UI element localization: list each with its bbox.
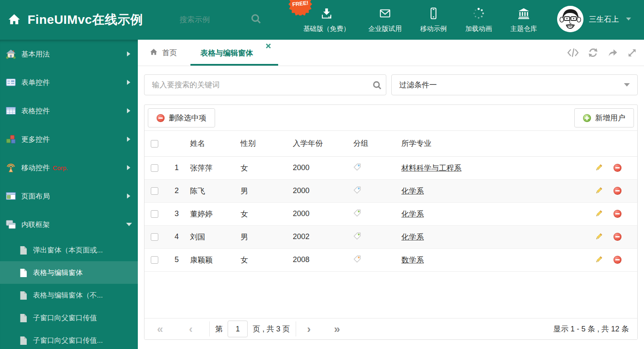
search-icon[interactable]	[372, 80, 383, 92]
row-checkbox[interactable]	[151, 164, 158, 172]
grid-panel: 删除选中项 新增用户 姓名 性别	[144, 104, 638, 340]
last-page-button[interactable]: »	[334, 324, 340, 334]
sidebar-item-label: 表格控件	[21, 106, 50, 116]
edit-row-icon[interactable]	[595, 256, 603, 264]
first-page-button[interactable]: «	[157, 324, 163, 334]
user-menu[interactable]: 三生石上	[557, 6, 631, 32]
add-user-button[interactable]: 新增用户	[574, 108, 634, 127]
row-checkbox[interactable]	[151, 210, 158, 218]
edit-row-icon[interactable]	[595, 164, 603, 172]
sidebar-item-grid-controls[interactable]: 表格控件	[0, 97, 138, 125]
column-header-gender[interactable]: 性别	[241, 131, 289, 156]
major-link[interactable]: 化学系	[401, 210, 424, 218]
close-icon[interactable]	[266, 43, 271, 48]
free-badge-icon: FREE!	[288, 0, 312, 15]
edit-row-icon[interactable]	[595, 187, 603, 195]
column-header-year[interactable]: 入学年份	[289, 131, 353, 156]
main-content: 首页 表格与编辑窗体	[138, 40, 644, 349]
sidebar-item-mobile-controls[interactable]: 移动控件 Corp.	[0, 153, 138, 182]
delete-button-label: 删除选中项	[169, 113, 206, 123]
chevron-right-icon	[127, 80, 130, 85]
filter-dropdown[interactable]: 过滤条件一	[391, 74, 638, 95]
cell-gender: 男	[241, 179, 289, 202]
row-number: 1	[165, 156, 179, 179]
sidebar-subitem-label: 表格与编辑窗体	[33, 268, 83, 278]
sidebar-item-label: 移动控件	[21, 163, 50, 173]
cell-group	[353, 225, 401, 248]
delete-row-icon[interactable]	[614, 187, 621, 195]
sidebar-subitem-popup-window[interactable]: 弹出窗体（本页面或...	[0, 239, 138, 261]
cell-major: 材料科学与工程系	[401, 156, 588, 179]
tab-label: 表格与编辑窗体	[200, 48, 253, 58]
delete-row-icon[interactable]	[614, 164, 621, 172]
page-icon	[19, 246, 28, 254]
cell-major: 化学系	[401, 179, 588, 202]
tag-icon	[353, 232, 361, 240]
keyword-search-input[interactable]	[144, 74, 386, 95]
nav-item-loading-animations[interactable]: 加载动画	[465, 7, 492, 33]
header-search-icon[interactable]	[250, 13, 262, 27]
sidebar-subitem-child-to-parent-2[interactable]: 子窗口向父窗口传值...	[0, 329, 138, 349]
delete-row-icon[interactable]	[614, 233, 621, 241]
cell-major: 化学系	[401, 202, 588, 225]
sidebar-subitem-label: 弹出窗体（本页面或...	[33, 245, 103, 255]
tag-icon	[353, 209, 361, 217]
download-icon	[320, 7, 333, 22]
expand-icon[interactable]	[627, 48, 637, 58]
header-search-input[interactable]	[180, 13, 242, 27]
sidebar-item-inline-frame[interactable]: 内联框架	[0, 210, 138, 239]
next-page-button[interactable]: ›	[307, 324, 311, 334]
table-row: 2 陈飞 男 2000 化学系	[145, 179, 637, 202]
delete-selected-button[interactable]: 删除选中项	[148, 108, 215, 127]
sidebar-item-form-controls[interactable]: 表单控件	[0, 68, 138, 97]
cell-major: 化学系	[401, 225, 588, 248]
row-checkbox[interactable]	[151, 233, 158, 241]
major-link[interactable]: 化学系	[401, 233, 424, 241]
grid-body: 1 张萍萍 女 2000 材料科学与工程系 2 陈飞 男 2000	[145, 156, 637, 271]
source-code-icon[interactable]	[567, 47, 579, 58]
column-header-group[interactable]: 分组	[353, 131, 401, 156]
chevron-right-icon	[127, 108, 130, 113]
table-row: 1 张萍萍 女 2000 材料科学与工程系	[145, 156, 637, 179]
refresh-icon[interactable]	[588, 47, 598, 58]
sidebar-item-label: 页面布局	[21, 191, 50, 201]
column-header-major[interactable]: 所学专业	[401, 131, 588, 156]
tab-grid-edit-window[interactable]: 表格与编辑窗体	[190, 40, 278, 66]
delete-row-icon[interactable]	[614, 256, 621, 264]
edit-row-icon[interactable]	[595, 210, 603, 218]
table-row: 4 刘国 男 2002 化学系	[145, 225, 637, 248]
delete-row-icon[interactable]	[614, 210, 621, 218]
nav-item-enterprise-trial[interactable]: 企业版试用	[368, 7, 402, 33]
sidebar-item-more-controls[interactable]: 更多控件	[0, 125, 138, 153]
sidebar-item-page-layout[interactable]: 页面布局	[0, 182, 138, 210]
chevron-right-icon	[127, 194, 130, 199]
cell-year: 2002	[289, 225, 353, 248]
row-checkbox[interactable]	[151, 187, 158, 195]
share-icon[interactable]	[607, 47, 618, 58]
sidebar-item-basic-usage[interactable]: 基本用法	[0, 40, 138, 68]
row-number: 4	[165, 225, 179, 248]
sidebar-subitem-grid-edit-window-2[interactable]: 表格与编辑窗体（不...	[0, 284, 138, 306]
nav-item-theme-store[interactable]: 主题仓库	[510, 7, 537, 33]
cell-year: 2000	[289, 179, 353, 202]
nav-item-basic-edition[interactable]: FREE! 基础版（免费）	[303, 7, 350, 33]
major-link[interactable]: 数学系	[401, 256, 424, 264]
major-link[interactable]: 化学系	[401, 187, 424, 195]
form-icon	[6, 77, 16, 87]
column-header-name[interactable]: 姓名	[179, 131, 241, 156]
nav-item-mobile-demo[interactable]: 移动示例	[420, 7, 447, 33]
app-logo[interactable]: FineUIMvc在线示例	[7, 0, 143, 40]
major-link[interactable]: 材料科学与工程系	[401, 164, 461, 172]
tab-toolbar	[567, 40, 637, 66]
sidebar-subitem-grid-edit-window[interactable]: 表格与编辑窗体	[0, 261, 138, 284]
page-number-input[interactable]	[228, 321, 248, 337]
cell-gender: 男	[241, 225, 289, 248]
prev-page-button[interactable]: ‹	[189, 324, 193, 334]
edit-row-icon[interactable]	[595, 233, 603, 241]
sidebar-subitem-child-to-parent[interactable]: 子窗口向父窗口传值	[0, 306, 138, 329]
plus-icon	[583, 114, 591, 122]
tab-home[interactable]: 首页	[149, 40, 177, 66]
table-row: 5 康颖颖 女 2008 数学系	[145, 248, 637, 271]
select-all-checkbox[interactable]	[151, 140, 158, 148]
row-checkbox[interactable]	[151, 256, 158, 264]
